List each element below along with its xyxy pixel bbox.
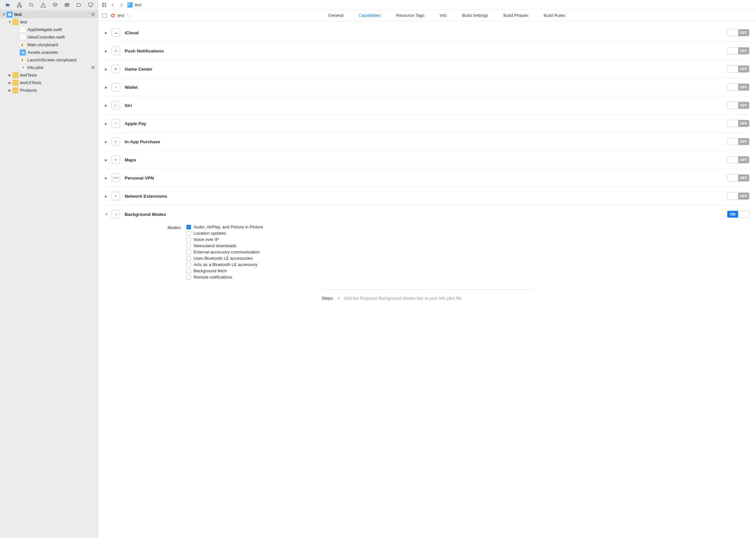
tree-item[interactable]: ·ViewController.swift xyxy=(0,33,98,41)
checkbox[interactable] xyxy=(186,243,191,248)
tree-item[interactable]: ▶▢testTests xyxy=(0,71,98,79)
tab-build-phases[interactable]: Build Phases xyxy=(503,13,528,18)
target-name: test xyxy=(118,13,124,18)
disclosure-icon[interactable]: ▶ xyxy=(105,31,110,35)
disclosure-icon[interactable]: ▶ xyxy=(8,73,12,77)
tab-resource-tags[interactable]: Resource Tags xyxy=(396,13,425,18)
issues-nav-icon[interactable] xyxy=(40,2,46,8)
capability-toggle[interactable]: OFF xyxy=(727,138,749,145)
capability-toggle[interactable]: OFF xyxy=(727,47,749,54)
disclosure-icon[interactable]: ▶ xyxy=(105,158,110,162)
capability-toggle[interactable]: OFF xyxy=(727,120,749,127)
target-selector[interactable]: test ⌃⌄ xyxy=(110,13,132,18)
checkbox[interactable] xyxy=(186,237,191,242)
mode-item[interactable]: Background fetch xyxy=(186,268,263,273)
checkbox[interactable] xyxy=(186,275,191,280)
toggle-on-half xyxy=(727,47,738,54)
mode-item[interactable]: ✓Audio, AirPlay, and Picture in Picture xyxy=(186,224,263,229)
mode-label: Acts as a Bluetooth LE accessory xyxy=(194,262,258,267)
mode-item[interactable]: Uses Bluetooth LE accessories xyxy=(186,256,263,261)
checkbox[interactable]: ✓ xyxy=(186,225,191,229)
mode-item[interactable]: Newsstand downloads xyxy=(186,243,263,248)
mode-item[interactable]: Voice over IP xyxy=(186,237,263,242)
forward-icon[interactable] xyxy=(119,2,124,8)
capability-row-background-modes: ▼⎚Background ModesON xyxy=(105,205,749,223)
disclosure-icon[interactable]: ▼ xyxy=(2,13,6,16)
story-icon: ◧ xyxy=(20,57,26,63)
maps-icon: ➤ xyxy=(112,155,120,164)
capability-toggle[interactable]: ON xyxy=(727,211,749,218)
disclosure-icon[interactable]: ▶ xyxy=(8,81,12,84)
disclosure-icon[interactable]: ▼ xyxy=(8,20,12,24)
tree-item[interactable]: ▼▢test xyxy=(0,18,98,26)
capability-toggle[interactable]: OFF xyxy=(727,65,749,73)
capabilities-panel[interactable]: ▶☁iCloudOFF▶◳Push NotificationsOFF▶✿Game… xyxy=(98,21,756,538)
tab-info[interactable]: Info xyxy=(440,13,447,18)
tree-item[interactable]: ◧LaunchScreen.storyboard xyxy=(0,56,98,64)
tab-build-settings[interactable]: Build Settings xyxy=(462,13,489,18)
capability-toggle[interactable]: OFF xyxy=(727,156,749,163)
capability-toggle[interactable]: OFF xyxy=(727,192,749,200)
disclosure-icon[interactable]: ▶ xyxy=(105,85,110,89)
capability-name: Game Center xyxy=(125,67,727,72)
tab-general[interactable]: General xyxy=(328,13,343,18)
mode-item[interactable]: Remote notifications xyxy=(186,275,263,280)
project-icon: ▤ xyxy=(127,2,133,8)
checkbox[interactable] xyxy=(186,250,191,254)
capability-row-push-notifications: ▶◳Push NotificationsOFF xyxy=(105,42,749,60)
capability-toggle[interactable]: OFF xyxy=(727,102,749,109)
disclosure-icon[interactable]: ▶ xyxy=(8,88,12,92)
back-icon[interactable] xyxy=(110,2,116,8)
mode-label: Background fetch xyxy=(194,268,227,273)
checkbox[interactable] xyxy=(186,231,191,236)
checkmark-icon: ✓ xyxy=(337,296,341,301)
tree-item[interactable]: ▤Assets.xcassets xyxy=(0,48,98,56)
tree-item[interactable]: ·AppDelegate.swift xyxy=(0,26,98,33)
log-nav-icon[interactable] xyxy=(88,2,94,8)
modes-list: ✓Audio, AirPlay, and Picture in PictureL… xyxy=(186,224,263,280)
debug-nav-icon[interactable] xyxy=(64,2,70,8)
checkbox[interactable] xyxy=(186,269,191,273)
capability-toggle[interactable]: OFF xyxy=(727,174,749,182)
mode-item[interactable]: Location updates xyxy=(186,231,263,236)
checkbox[interactable] xyxy=(186,262,191,267)
disclosure-icon[interactable]: ▶ xyxy=(105,122,110,126)
jump-bar: ▤ test xyxy=(98,0,756,10)
tab-build-rules[interactable]: Build Rules xyxy=(543,13,565,18)
related-items-icon[interactable] xyxy=(102,2,107,8)
disclosure-icon[interactable]: ▶ xyxy=(105,140,110,143)
capability-toggle[interactable]: OFF xyxy=(727,83,749,91)
hierarchy-nav-icon[interactable] xyxy=(17,2,23,8)
tree-item[interactable]: ▶▢testUITests xyxy=(0,79,98,86)
svg-rect-2 xyxy=(20,6,22,7)
capability-row-apple-pay: ▶▭Apple PayOFF xyxy=(105,115,749,133)
tests-nav-icon[interactable] xyxy=(52,2,58,8)
tree-item[interactable]: ≣Info.plistM xyxy=(0,64,98,71)
target-list-toggle[interactable] xyxy=(102,13,107,18)
svg-point-3 xyxy=(29,3,32,6)
mode-label: Uses Bluetooth LE accessories xyxy=(194,256,253,261)
tab-capabilities[interactable]: Capabilities xyxy=(358,13,381,18)
disclosure-icon[interactable]: ▼ xyxy=(105,213,110,216)
tree-item[interactable]: ◧Main.storyboard xyxy=(0,41,98,48)
tree-item[interactable]: ▶▢Products xyxy=(0,86,98,94)
app-target-icon xyxy=(110,13,116,18)
disclosure-icon[interactable]: ▶ xyxy=(105,49,110,53)
disclosure-icon[interactable]: ▶ xyxy=(105,104,110,107)
mode-label: External accessory communication xyxy=(194,249,260,254)
jump-bar-crumb[interactable]: ▤ test xyxy=(127,2,142,8)
breakpoint-nav-icon[interactable] xyxy=(76,2,82,8)
mode-item[interactable]: External accessory communication xyxy=(186,249,263,254)
tree-root[interactable]: ▼ ▤ test M xyxy=(0,11,98,18)
capability-toggle[interactable]: OFF xyxy=(727,29,749,36)
search-nav-icon[interactable] xyxy=(28,2,34,8)
disclosure-icon[interactable]: ▶ xyxy=(105,194,110,198)
folder-nav-icon[interactable] xyxy=(5,2,11,8)
toggle-on-half xyxy=(727,175,738,181)
toggle-on-half xyxy=(727,156,738,163)
mode-item[interactable]: Acts as a Bluetooth LE accessory xyxy=(186,262,263,267)
game-icon: ✿ xyxy=(112,65,120,73)
checkbox[interactable] xyxy=(186,256,191,261)
disclosure-icon[interactable]: ▶ xyxy=(105,176,110,180)
disclosure-icon[interactable]: ▶ xyxy=(105,67,110,71)
